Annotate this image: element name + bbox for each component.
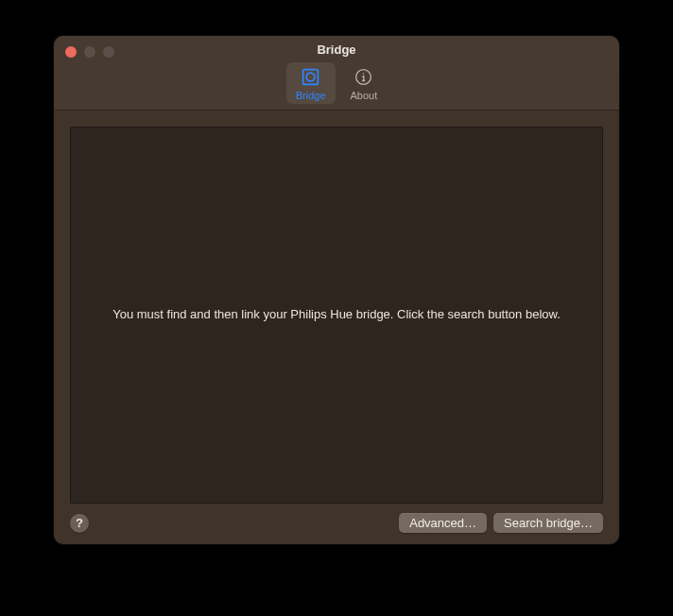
svg-point-3 [363, 73, 365, 75]
bridge-icon [301, 66, 321, 87]
search-bridge-button[interactable]: Search bridge… [493, 513, 603, 533]
bridge-panel: You must find and then link your Philips… [70, 127, 603, 504]
preferences-window: Bridge Bridge [54, 36, 619, 544]
instruction-message: You must find and then link your Philips… [112, 306, 561, 323]
toolbar-tabs: Bridge About [286, 62, 388, 104]
footer: ? Advanced… Search bridge… [70, 504, 603, 533]
svg-point-1 [306, 73, 315, 81]
titlebar: Bridge Bridge [54, 36, 619, 111]
help-button[interactable]: ? [70, 514, 89, 533]
tab-bridge-label: Bridge [296, 90, 326, 101]
advanced-button[interactable]: Advanced… [399, 513, 487, 533]
svg-rect-0 [303, 69, 319, 84]
info-icon [354, 66, 374, 87]
tab-about[interactable]: About [341, 62, 388, 104]
close-window-button[interactable] [65, 46, 77, 58]
zoom-window-button[interactable] [103, 46, 114, 58]
window-title: Bridge [317, 43, 355, 57]
tab-about-label: About [351, 90, 378, 101]
content-area: You must find and then link your Philips… [54, 111, 619, 544]
minimize-window-button[interactable] [84, 46, 95, 58]
tab-bridge[interactable]: Bridge [286, 62, 336, 104]
traffic-lights [65, 46, 114, 58]
